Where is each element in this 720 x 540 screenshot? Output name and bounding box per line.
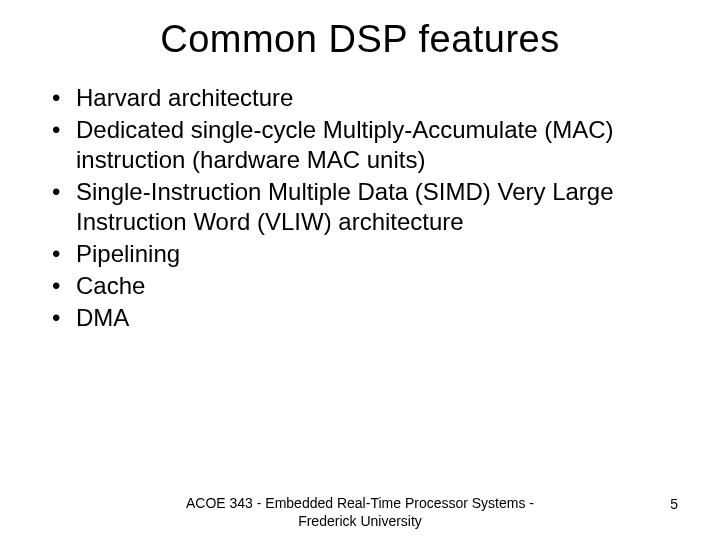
list-item: DMA (48, 303, 672, 333)
list-item: Single-Instruction Multiple Data (SIMD) … (48, 177, 672, 237)
list-item: Pipelining (48, 239, 672, 269)
list-item: Harvard architecture (48, 83, 672, 113)
bullet-list: Harvard architecture Dedicated single-cy… (48, 83, 672, 333)
footer-text: ACOE 343 - Embedded Real-Time Processor … (180, 495, 540, 530)
list-item: Dedicated single-cycle Multiply-Accumula… (48, 115, 672, 175)
page-number: 5 (670, 496, 678, 512)
list-item: Cache (48, 271, 672, 301)
footer: ACOE 343 - Embedded Real-Time Processor … (0, 495, 720, 530)
slide-title: Common DSP features (48, 18, 672, 61)
slide: Common DSP features Harvard architecture… (0, 0, 720, 540)
